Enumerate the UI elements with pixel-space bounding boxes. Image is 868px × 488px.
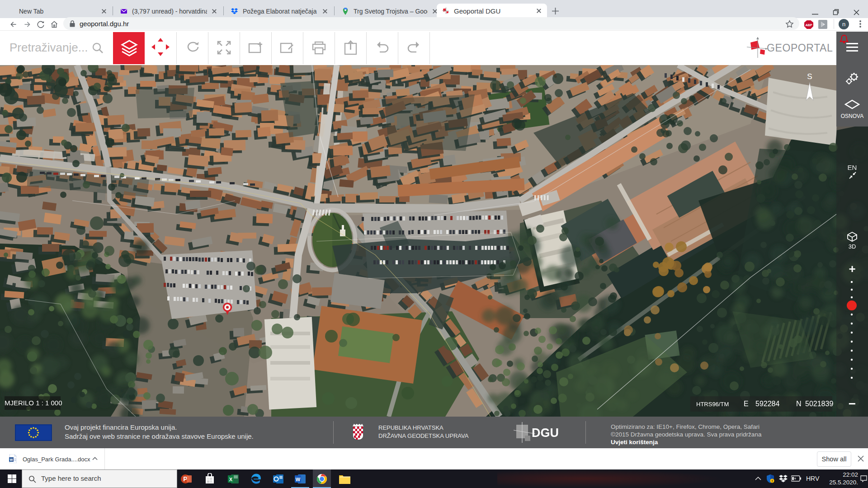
svg-text:X: X <box>229 477 233 482</box>
svg-text:W: W <box>10 458 13 462</box>
svg-text:W: W <box>296 477 301 482</box>
svg-text:GEOPORTAL: GEOPORTAL <box>767 42 833 54</box>
svg-text:ABP: ABP <box>805 23 812 27</box>
svg-text:!: ! <box>772 479 773 483</box>
svg-text:DGU: DGU <box>532 426 559 440</box>
svg-text:S: S <box>807 72 812 81</box>
